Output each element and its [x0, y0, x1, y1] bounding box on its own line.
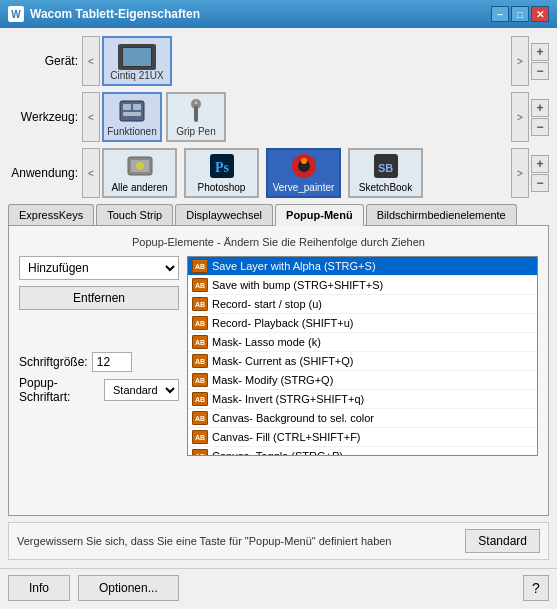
list-item-text: Mask- Lasso mode (k): [212, 336, 321, 348]
list-item-text: Record- Playback (SHIFT+u): [212, 317, 354, 329]
popup-list[interactable]: ABSave Layer with Alpha (STRG+S)ABSave w…: [188, 257, 537, 455]
svg-text:Ps: Ps: [215, 160, 230, 175]
funktionen-icon: [117, 97, 147, 125]
werkzeug-items: Funktionen Grip Pen: [102, 92, 509, 142]
list-item-text: Mask- Current as (SHIFT+Q): [212, 355, 354, 367]
list-item-text: Save with bump (STRG+SHIFT+S): [212, 279, 383, 291]
info-area: Vergewissern Sie sich, dass Sie eine Tas…: [8, 522, 549, 560]
anwendung-label: Anwendung:: [8, 166, 78, 180]
list-item[interactable]: ABSave with bump (STRG+SHIFT+S): [188, 276, 537, 295]
list-item-icon: AB: [192, 373, 208, 387]
list-item[interactable]: ABCanvas- Background to sel. color: [188, 409, 537, 428]
geraet-cintiq-label: Cintiq 21UX: [110, 70, 163, 81]
geraet-label: Gerät:: [8, 54, 78, 68]
geraet-prev-button[interactable]: <: [82, 36, 100, 86]
list-item-icon: AB: [192, 335, 208, 349]
list-item[interactable]: ABRecord- start / stop (u): [188, 295, 537, 314]
werkzeug-add-button[interactable]: +: [531, 99, 549, 117]
svg-text:SB: SB: [378, 162, 393, 174]
list-item[interactable]: ABMask- Modify (STRG+Q): [188, 371, 537, 390]
app-verve-painter[interactable]: Verve_painter: [266, 148, 341, 198]
werkzeug-funktionen[interactable]: Funktionen: [102, 92, 162, 142]
werkzeug-funktionen-label: Funktionen: [107, 126, 156, 137]
list-item-icon: AB: [192, 430, 208, 444]
svg-rect-1: [123, 104, 131, 110]
list-item-text: Mask- Modify (STRG+Q): [212, 374, 333, 386]
geraet-next-button[interactable]: >: [511, 36, 529, 86]
anwendung-add-button[interactable]: +: [531, 155, 549, 173]
font-art-select[interactable]: Standard: [104, 379, 179, 401]
list-item-text: Canvas- Toggle (STRG+P): [212, 450, 343, 455]
list-item[interactable]: ABSave Layer with Alpha (STRG+S): [188, 257, 537, 276]
entfernen-button[interactable]: Entfernen: [19, 286, 179, 310]
geraet-remove-button[interactable]: −: [531, 62, 549, 80]
list-item-icon: AB: [192, 259, 208, 273]
list-item-icon: AB: [192, 449, 208, 455]
popup-list-container: ABSave Layer with Alpha (STRG+S)ABSave w…: [187, 256, 538, 456]
werkzeug-row: Werkzeug: < Funktionen: [8, 92, 549, 142]
list-item-icon: AB: [192, 392, 208, 406]
main-content: Gerät: < Cintiq 21UX > + − Werkzeug: <: [0, 28, 557, 568]
tab-expresskeys[interactable]: ExpressKeys: [8, 204, 94, 225]
werkzeug-remove-button[interactable]: −: [531, 118, 549, 136]
anwendung-row: Anwendung: < Alle anderen: [8, 148, 549, 198]
svg-rect-3: [123, 112, 141, 116]
app-icon: W: [8, 6, 24, 22]
tabs-bar: ExpressKeys Touch Strip Displaywechsel P…: [8, 204, 549, 226]
hinzufuegen-dropdown[interactable]: Hinzufügen: [19, 256, 179, 280]
monitor-icon: [118, 44, 156, 70]
list-item-icon: AB: [192, 278, 208, 292]
alle-anderen-icon: [125, 151, 155, 181]
minimize-button[interactable]: –: [491, 6, 509, 22]
app-sketchbook[interactable]: SB SketchBook: [348, 148, 423, 198]
werkzeug-next-button[interactable]: >: [511, 92, 529, 142]
list-item[interactable]: ABMask- Invert (STRG+SHIFT+q): [188, 390, 537, 409]
list-item-icon: AB: [192, 297, 208, 311]
tab-popupmenu[interactable]: Popup-Menü: [275, 204, 364, 226]
list-item-text: Canvas- Background to sel. color: [212, 412, 374, 424]
help-button[interactable]: ?: [523, 575, 549, 601]
verve-painter-icon: [289, 151, 319, 181]
werkzeug-grippen[interactable]: Grip Pen: [166, 92, 226, 142]
list-item[interactable]: ABMask- Lasso mode (k): [188, 333, 537, 352]
anwendung-prev-button[interactable]: <: [82, 148, 100, 198]
svg-point-14: [301, 158, 307, 164]
info-button[interactable]: Info: [8, 575, 70, 601]
anwendung-remove-button[interactable]: −: [531, 174, 549, 192]
popup-header: Popup-Elemente - Ändern Sie die Reihenfo…: [19, 236, 538, 248]
app-alle-anderen-label: Alle anderen: [111, 182, 167, 193]
list-item-icon: AB: [192, 316, 208, 330]
geraet-row: Gerät: < Cintiq 21UX > + −: [8, 36, 549, 86]
tab-content-popupmenu: Popup-Elemente - Ändern Sie die Reihenfo…: [8, 226, 549, 516]
app-photoshop[interactable]: Ps Photoshop: [184, 148, 259, 198]
info-text: Vergewissern Sie sich, dass Sie eine Tas…: [17, 535, 465, 547]
list-item-text: Record- start / stop (u): [212, 298, 322, 310]
geraet-cintiq[interactable]: Cintiq 21UX: [102, 36, 172, 86]
list-item-text: Canvas- Fill (CTRL+SHIFT+F): [212, 431, 361, 443]
svg-rect-5: [194, 106, 198, 122]
geraet-add-button[interactable]: +: [531, 43, 549, 61]
monitor-screen: [122, 47, 152, 67]
list-item[interactable]: ABRecord- Playback (SHIFT+u): [188, 314, 537, 333]
list-item-text: Save Layer with Alpha (STRG+S): [212, 260, 376, 272]
popup-inner: Hinzufügen Entfernen Schriftgröße: Popup…: [19, 256, 538, 456]
anwendung-next-button[interactable]: >: [511, 148, 529, 198]
font-size-input[interactable]: [92, 352, 132, 372]
options-button[interactable]: Optionen...: [78, 575, 179, 601]
maximize-button[interactable]: □: [511, 6, 529, 22]
tab-bildschirm[interactable]: Bildschirmbedienelemente: [366, 204, 517, 225]
list-item[interactable]: ABCanvas- Fill (CTRL+SHIFT+F): [188, 428, 537, 447]
font-art-label: Popup-Schriftart:: [19, 376, 100, 404]
app-alle-anderen[interactable]: Alle anderen: [102, 148, 177, 198]
tab-displaywechsel[interactable]: Displaywechsel: [175, 204, 273, 225]
font-art-row: Popup-Schriftart: Standard: [19, 376, 179, 404]
close-button[interactable]: ✕: [531, 6, 549, 22]
app-verve-painter-label: Verve_painter: [273, 182, 335, 193]
werkzeug-label: Werkzeug:: [8, 110, 78, 124]
tab-touchstrip[interactable]: Touch Strip: [96, 204, 173, 225]
list-item[interactable]: ABCanvas- Toggle (STRG+P): [188, 447, 537, 455]
standard-button[interactable]: Standard: [465, 529, 540, 553]
list-item[interactable]: ABMask- Current as (SHIFT+Q): [188, 352, 537, 371]
list-item-icon: AB: [192, 411, 208, 425]
werkzeug-prev-button[interactable]: <: [82, 92, 100, 142]
